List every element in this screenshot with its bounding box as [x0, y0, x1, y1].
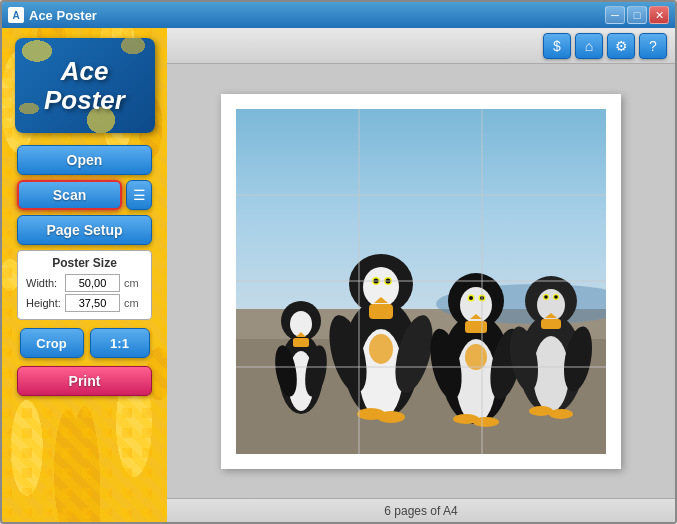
poster-size-box: Poster Size Width: cm Height: cm: [17, 250, 152, 320]
svg-point-35: [533, 336, 569, 412]
help-icon-button[interactable]: ?: [639, 33, 667, 59]
svg-point-21: [465, 344, 487, 370]
height-row: Height: cm: [26, 294, 143, 312]
svg-point-18: [377, 411, 405, 423]
width-label: Width:: [26, 277, 61, 289]
scan-button[interactable]: Scan: [17, 180, 122, 210]
status-bar: 6 pages of A4: [167, 498, 675, 522]
dollar-icon-button[interactable]: $: [543, 33, 571, 59]
main-window: A Ace Poster ─ □ ✕ Ace Poster Open Scan: [0, 0, 677, 524]
svg-rect-39: [541, 319, 561, 329]
scan-list-button[interactable]: ☰: [126, 180, 152, 210]
sidebar: Ace Poster Open Scan ☰ Page Setup Poster…: [2, 28, 167, 522]
minimize-button[interactable]: ─: [605, 6, 625, 24]
app-icon: A: [8, 7, 24, 23]
svg-rect-53: [293, 338, 309, 347]
scan-row: Scan ☰: [17, 180, 152, 210]
preview-area: [167, 64, 675, 498]
ratio-button[interactable]: 1:1: [90, 328, 150, 358]
poster-size-title: Poster Size: [26, 256, 143, 270]
width-input[interactable]: [65, 274, 120, 292]
page-setup-button[interactable]: Page Setup: [17, 215, 152, 245]
settings-icon-button[interactable]: ⚙: [607, 33, 635, 59]
preview-svg: [236, 109, 606, 454]
title-bar-left: A Ace Poster: [8, 7, 97, 23]
app-logo: Ace Poster: [44, 57, 125, 114]
top-toolbar: $ ⌂ ⚙ ?: [167, 28, 675, 64]
svg-point-41: [544, 295, 548, 299]
height-input[interactable]: [65, 294, 120, 312]
print-button[interactable]: Print: [17, 366, 152, 396]
svg-point-6: [369, 334, 393, 364]
height-label: Height:: [26, 297, 61, 309]
title-bar: A Ace Poster ─ □ ✕: [2, 2, 675, 28]
width-row: Width: cm: [26, 274, 143, 292]
poster-preview: [221, 94, 621, 469]
title-bar-buttons: ─ □ ✕: [605, 6, 669, 24]
logo-area: Ace Poster: [15, 38, 155, 133]
svg-rect-10: [369, 304, 393, 319]
svg-point-33: [473, 417, 499, 427]
maximize-button[interactable]: □: [627, 6, 647, 24]
main-content: Ace Poster Open Scan ☰ Page Setup Poster…: [2, 28, 675, 522]
home-icon-button[interactable]: ⌂: [575, 33, 603, 59]
svg-rect-25: [465, 321, 487, 333]
penguin-image: [236, 109, 606, 454]
crop-ratio-row: Crop 1:1: [20, 328, 150, 358]
svg-point-43: [554, 295, 558, 299]
width-unit: cm: [124, 277, 139, 289]
height-unit: cm: [124, 297, 139, 309]
content-area: $ ⌂ ⚙ ?: [167, 28, 675, 522]
status-text: 6 pages of A4: [384, 504, 457, 518]
svg-point-27: [469, 296, 473, 300]
window-title: Ace Poster: [29, 8, 97, 23]
close-button[interactable]: ✕: [649, 6, 669, 24]
svg-point-47: [549, 409, 573, 419]
open-button[interactable]: Open: [17, 145, 152, 175]
crop-button[interactable]: Crop: [20, 328, 84, 358]
